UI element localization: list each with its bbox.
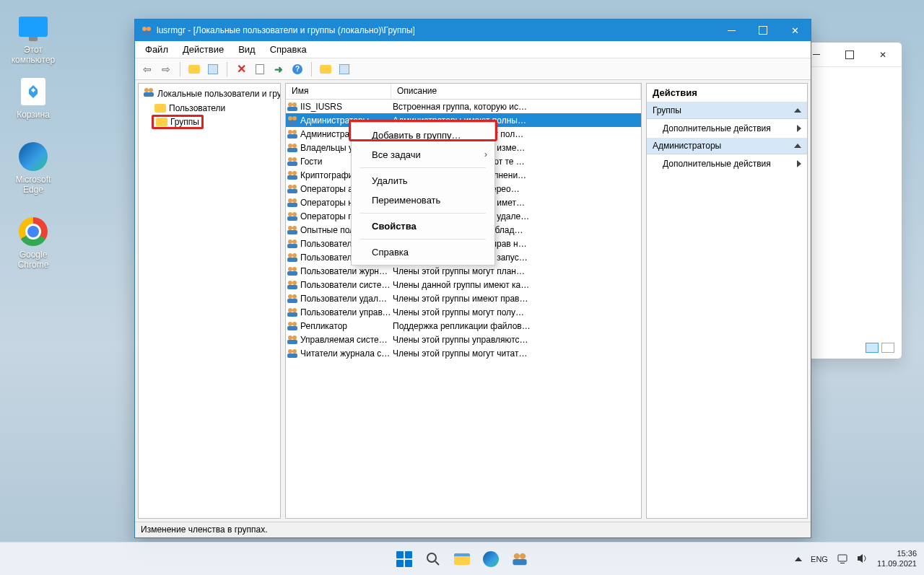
- list-row[interactable]: Читатели журнала событийЧлены этой групп…: [286, 346, 641, 360]
- row-name: Репликатор: [299, 321, 391, 331]
- ctx-rename[interactable]: Переименовать: [352, 190, 494, 210]
- svg-point-19: [292, 157, 297, 162]
- menu-action[interactable]: Действие: [178, 43, 228, 56]
- desktop-this-pc-icon[interactable]: Этот компьютер: [4, 12, 62, 65]
- tree-groups-label: Группы: [170, 117, 199, 127]
- start-button[interactable]: [394, 549, 414, 569]
- ctx-properties[interactable]: Свойства: [352, 216, 494, 236]
- tray-overflow-icon[interactable]: [795, 557, 802, 561]
- tray-network-icon[interactable]: [837, 553, 848, 565]
- maximize-button[interactable]: [747, 19, 779, 41]
- ctx-separator: [360, 239, 486, 240]
- tree-users[interactable]: Пользователи: [139, 102, 280, 115]
- tray-date: 11.09.2021: [877, 559, 917, 569]
- group-icon: [286, 224, 299, 236]
- row-description: Члены этой группы могут читат…: [391, 348, 641, 359]
- list-row[interactable]: Пользователи управленияЧлены этой группы…: [286, 305, 641, 319]
- row-description: Поддержка репликации файлов…: [391, 321, 641, 331]
- delete-button[interactable]: ✕: [233, 61, 249, 77]
- tree-groups[interactable]: Группы: [152, 115, 204, 129]
- ctx-separator: [360, 167, 486, 168]
- system-tray[interactable]: ENG 15:36 11.09.2021: [795, 549, 917, 568]
- svg-point-18: [288, 157, 292, 162]
- row-name: Управляемая системой: [299, 335, 391, 345]
- menu-help[interactable]: Справка: [266, 43, 311, 56]
- taskbar-explorer-button[interactable]: [452, 549, 472, 569]
- ctx-help[interactable]: Справка: [352, 242, 494, 262]
- new-folder-button[interactable]: [186, 61, 202, 77]
- bg-view-button-1[interactable]: [866, 343, 879, 353]
- ctx-delete[interactable]: Удалить: [352, 171, 494, 190]
- nav-back-button[interactable]: ⇦: [139, 61, 155, 77]
- close-button[interactable]: [779, 19, 811, 41]
- svg-point-16: [292, 144, 297, 148]
- svg-rect-26: [287, 189, 297, 193]
- svg-point-52: [292, 308, 297, 312]
- properties-button[interactable]: [205, 61, 221, 77]
- actions-more-2[interactable]: Дополнительные действия: [647, 154, 807, 173]
- svg-point-58: [292, 335, 297, 340]
- tray-volume-icon[interactable]: [857, 553, 868, 565]
- help-button[interactable]: ?: [289, 61, 305, 77]
- desktop-chrome-icon[interactable]: Google Chrome: [4, 216, 62, 270]
- taskbar-edge-button[interactable]: [481, 549, 501, 569]
- group-icon: [286, 320, 299, 332]
- list-row[interactable]: Управляемая системойЧлены этой группы уп…: [286, 333, 641, 346]
- sheet-button[interactable]: [252, 61, 268, 77]
- taskbar-search-button[interactable]: [423, 549, 443, 569]
- menu-file[interactable]: Файл: [141, 43, 173, 56]
- tree-panel[interactable]: Локальные пользователи и гру Пользовател…: [138, 83, 281, 519]
- ctx-all-tasks[interactable]: Все задачи: [352, 145, 494, 164]
- svg-point-45: [288, 281, 292, 285]
- status-bar: Изменение членства в группах.: [135, 522, 811, 537]
- bg-view-button-2[interactable]: [881, 343, 894, 353]
- group-icon: [286, 156, 299, 167]
- list-header: Имя Описание: [286, 84, 641, 100]
- tray-clock[interactable]: 15:36 11.09.2021: [877, 549, 917, 568]
- toolbar-separator: [180, 62, 180, 76]
- tree-root[interactable]: Локальные пользователи и гру: [139, 85, 280, 102]
- group-icon: [286, 265, 299, 277]
- svg-point-51: [288, 308, 292, 312]
- list-rows[interactable]: IIS_IUSRSВстроенная группа, которую ис…А…: [286, 100, 641, 518]
- users-groups-icon: [143, 87, 154, 100]
- svg-point-46: [292, 281, 297, 285]
- row-description: Члены этой группы управляютс…: [391, 335, 641, 345]
- list-row[interactable]: IIS_IUSRSВстроенная группа, которую ис…: [286, 100, 641, 113]
- desktop-edge-label: Microsoft Edge: [4, 175, 62, 195]
- taskbar-lusrmgr-button[interactable]: [510, 549, 530, 569]
- svg-rect-8: [287, 107, 297, 111]
- svg-rect-5: [144, 92, 154, 97]
- toolbar-separator: [227, 62, 227, 76]
- svg-point-33: [288, 226, 292, 230]
- desktop-edge-icon[interactable]: Microsoft Edge: [4, 141, 62, 195]
- column-name[interactable]: Имя: [286, 84, 391, 99]
- list-row[interactable]: РепликаторПоддержка репликации файлов…: [286, 319, 641, 333]
- list-row[interactable]: Пользователи удаленного рабочего столаЧл…: [286, 291, 641, 305]
- folder-up-button[interactable]: [318, 61, 334, 77]
- svg-rect-67: [513, 559, 526, 565]
- taskbar[interactable]: ENG 15:36 11.09.2021: [0, 542, 924, 575]
- svg-point-7: [292, 102, 297, 107]
- tray-language[interactable]: ENG: [811, 555, 828, 563]
- actions-admins-section[interactable]: Администраторы: [647, 138, 807, 154]
- ctx-add-to-group[interactable]: Добавить в группу…: [352, 126, 494, 145]
- export-button[interactable]: ➜: [271, 61, 287, 77]
- actions-more-1[interactable]: Дополнительные действия: [647, 119, 807, 138]
- group-icon: [286, 183, 299, 195]
- menu-view[interactable]: Вид: [234, 43, 260, 56]
- svg-rect-20: [287, 162, 297, 166]
- bg-maximize-button[interactable]: [834, 45, 866, 65]
- desktop-recycle-bin-icon[interactable]: Корзина: [4, 76, 62, 120]
- titlebar[interactable]: lusrmgr - [Локальные пользователи и груп…: [135, 19, 811, 41]
- svg-point-34: [292, 226, 297, 230]
- nav-forward-button[interactable]: ⇨: [158, 61, 174, 77]
- svg-point-57: [288, 335, 292, 340]
- list-row[interactable]: Пользователи системного монитораЧлены да…: [286, 278, 641, 291]
- actions-groups-section[interactable]: Группы: [647, 102, 807, 119]
- bg-close-button[interactable]: [867, 45, 899, 65]
- list-row[interactable]: Пользователи журналов производительности…: [286, 264, 641, 278]
- column-description[interactable]: Описание: [391, 84, 641, 99]
- list-view-button[interactable]: [336, 61, 352, 77]
- minimize-button[interactable]: [715, 19, 747, 41]
